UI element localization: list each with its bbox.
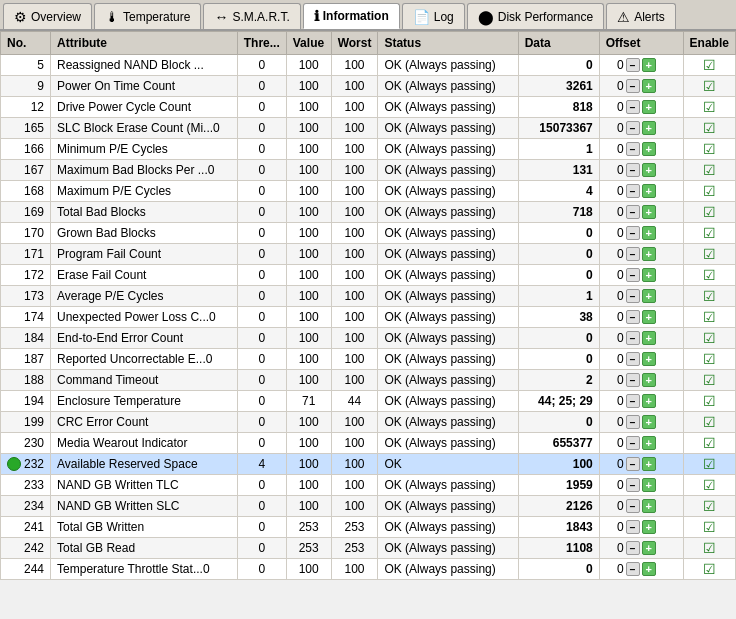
offset-plus-button-18[interactable]: +: [642, 436, 656, 450]
offset-minus-button-8[interactable]: −: [626, 226, 640, 240]
row-enable-5[interactable]: ☑: [683, 160, 735, 181]
offset-minus-button-2[interactable]: −: [626, 100, 640, 114]
row-enable-21[interactable]: ☑: [683, 496, 735, 517]
offset-plus-button-17[interactable]: +: [642, 415, 656, 429]
offset-plus-button-15[interactable]: +: [642, 373, 656, 387]
table-row[interactable]: 188Command Timeout0100100OK (Always pass…: [1, 370, 736, 391]
offset-plus-button-7[interactable]: +: [642, 205, 656, 219]
row-enable-9[interactable]: ☑: [683, 244, 735, 265]
offset-minus-button-5[interactable]: −: [626, 163, 640, 177]
offset-plus-button-13[interactable]: +: [642, 331, 656, 345]
offset-plus-button-22[interactable]: +: [642, 520, 656, 534]
offset-plus-button-20[interactable]: +: [642, 478, 656, 492]
table-row[interactable]: 194Enclosure Temperature07144OK (Always …: [1, 391, 736, 412]
offset-plus-button-23[interactable]: +: [642, 541, 656, 555]
table-row[interactable]: 5Reassigned NAND Block ...0100100OK (Alw…: [1, 55, 736, 76]
offset-minus-button-16[interactable]: −: [626, 394, 640, 408]
table-row[interactable]: 244Temperature Throttle Stat...00100100O…: [1, 559, 736, 580]
tab-alerts[interactable]: ⚠Alerts: [606, 3, 676, 29]
row-enable-10[interactable]: ☑: [683, 265, 735, 286]
row-enable-7[interactable]: ☑: [683, 202, 735, 223]
row-enable-4[interactable]: ☑: [683, 139, 735, 160]
table-row[interactable]: 169Total Bad Blocks0100100OK (Always pas…: [1, 202, 736, 223]
offset-plus-button-0[interactable]: +: [642, 58, 656, 72]
offset-minus-button-10[interactable]: −: [626, 268, 640, 282]
row-enable-0[interactable]: ☑: [683, 55, 735, 76]
offset-minus-button-11[interactable]: −: [626, 289, 640, 303]
table-row[interactable]: 9Power On Time Count0100100OK (Always pa…: [1, 76, 736, 97]
offset-minus-button-0[interactable]: −: [626, 58, 640, 72]
row-enable-6[interactable]: ☑: [683, 181, 735, 202]
row-enable-1[interactable]: ☑: [683, 76, 735, 97]
row-enable-14[interactable]: ☑: [683, 349, 735, 370]
row-enable-12[interactable]: ☑: [683, 307, 735, 328]
offset-plus-button-21[interactable]: +: [642, 499, 656, 513]
offset-plus-button-10[interactable]: +: [642, 268, 656, 282]
offset-plus-button-3[interactable]: +: [642, 121, 656, 135]
table-row[interactable]: 167Maximum Bad Blocks Per ...00100100OK …: [1, 160, 736, 181]
row-enable-17[interactable]: ☑: [683, 412, 735, 433]
table-row[interactable]: 233NAND GB Written TLC0100100OK (Always …: [1, 475, 736, 496]
row-enable-11[interactable]: ☑: [683, 286, 735, 307]
row-enable-20[interactable]: ☑: [683, 475, 735, 496]
row-enable-13[interactable]: ☑: [683, 328, 735, 349]
offset-plus-button-6[interactable]: +: [642, 184, 656, 198]
offset-minus-button-14[interactable]: −: [626, 352, 640, 366]
offset-minus-button-20[interactable]: −: [626, 478, 640, 492]
offset-minus-button-21[interactable]: −: [626, 499, 640, 513]
row-enable-23[interactable]: ☑: [683, 538, 735, 559]
row-enable-2[interactable]: ☑: [683, 97, 735, 118]
offset-plus-button-8[interactable]: +: [642, 226, 656, 240]
offset-minus-button-15[interactable]: −: [626, 373, 640, 387]
table-row[interactable]: 166Minimum P/E Cycles0100100OK (Always p…: [1, 139, 736, 160]
table-row[interactable]: 241Total GB Written0253253OK (Always pas…: [1, 517, 736, 538]
offset-minus-button-13[interactable]: −: [626, 331, 640, 345]
offset-plus-button-5[interactable]: +: [642, 163, 656, 177]
offset-plus-button-1[interactable]: +: [642, 79, 656, 93]
table-row[interactable]: 172Erase Fail Count0100100OK (Always pas…: [1, 265, 736, 286]
offset-plus-button-19[interactable]: +: [642, 457, 656, 471]
offset-plus-button-4[interactable]: +: [642, 142, 656, 156]
offset-minus-button-17[interactable]: −: [626, 415, 640, 429]
table-row[interactable]: 174Unexpected Power Loss C...00100100OK …: [1, 307, 736, 328]
row-enable-18[interactable]: ☑: [683, 433, 735, 454]
offset-plus-button-14[interactable]: +: [642, 352, 656, 366]
row-enable-8[interactable]: ☑: [683, 223, 735, 244]
table-row[interactable]: 173Average P/E Cycles0100100OK (Always p…: [1, 286, 736, 307]
table-row[interactable]: 230Media Wearout Indicator0100100OK (Alw…: [1, 433, 736, 454]
offset-minus-button-1[interactable]: −: [626, 79, 640, 93]
row-enable-15[interactable]: ☑: [683, 370, 735, 391]
offset-minus-button-18[interactable]: −: [626, 436, 640, 450]
offset-minus-button-24[interactable]: −: [626, 562, 640, 576]
table-row[interactable]: 184End-to-End Error Count0100100OK (Alwa…: [1, 328, 736, 349]
offset-minus-button-23[interactable]: −: [626, 541, 640, 555]
offset-minus-button-19[interactable]: −: [626, 457, 640, 471]
row-enable-3[interactable]: ☑: [683, 118, 735, 139]
row-enable-16[interactable]: ☑: [683, 391, 735, 412]
table-row[interactable]: 171Program Fail Count0100100OK (Always p…: [1, 244, 736, 265]
offset-plus-button-9[interactable]: +: [642, 247, 656, 261]
tab-information[interactable]: ℹInformation: [303, 3, 400, 29]
offset-minus-button-7[interactable]: −: [626, 205, 640, 219]
table-row[interactable]: 187Reported Uncorrectable E...00100100OK…: [1, 349, 736, 370]
offset-minus-button-3[interactable]: −: [626, 121, 640, 135]
row-enable-19[interactable]: ☑: [683, 454, 735, 475]
table-row[interactable]: 242Total GB Read0253253OK (Always passin…: [1, 538, 736, 559]
row-enable-22[interactable]: ☑: [683, 517, 735, 538]
row-enable-24[interactable]: ☑: [683, 559, 735, 580]
tab-diskperformance[interactable]: ⬤Disk Performance: [467, 3, 604, 29]
offset-plus-button-11[interactable]: +: [642, 289, 656, 303]
offset-plus-button-2[interactable]: +: [642, 100, 656, 114]
offset-minus-button-22[interactable]: −: [626, 520, 640, 534]
offset-plus-button-12[interactable]: +: [642, 310, 656, 324]
offset-plus-button-24[interactable]: +: [642, 562, 656, 576]
table-row[interactable]: 170Grown Bad Blocks0100100OK (Always pas…: [1, 223, 736, 244]
tab-smart[interactable]: ↔S.M.A.R.T.: [203, 3, 300, 29]
offset-minus-button-9[interactable]: −: [626, 247, 640, 261]
tab-overview[interactable]: ⚙Overview: [3, 3, 92, 29]
tab-log[interactable]: 📄Log: [402, 3, 465, 29]
offset-plus-button-16[interactable]: +: [642, 394, 656, 408]
offset-minus-button-12[interactable]: −: [626, 310, 640, 324]
table-row[interactable]: 165SLC Block Erase Count (Mi...00100100O…: [1, 118, 736, 139]
offset-minus-button-4[interactable]: −: [626, 142, 640, 156]
